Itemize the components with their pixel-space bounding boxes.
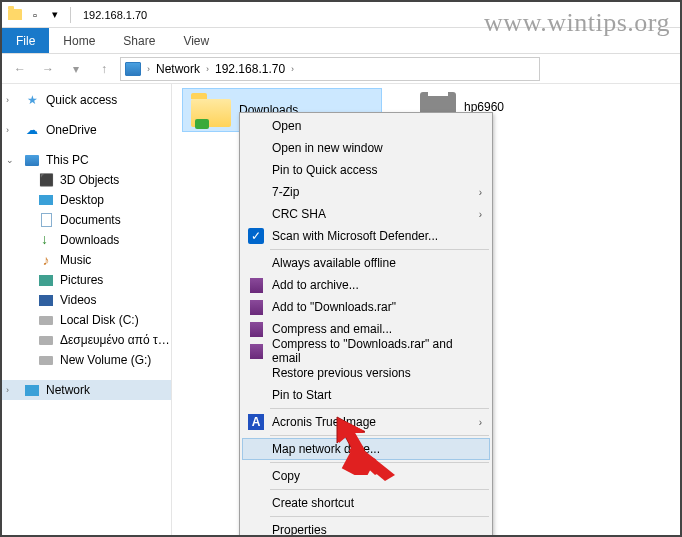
network-icon xyxy=(125,62,141,76)
desktop-icon xyxy=(38,192,54,208)
sidebar-3d-objects[interactable]: ⬛ 3D Objects xyxy=(2,170,171,190)
chevron-right-icon[interactable]: › xyxy=(206,64,209,74)
ctx-create-shortcut[interactable]: Create shortcut xyxy=(242,492,490,514)
sidebar-label: Pictures xyxy=(60,273,103,287)
ctx-map-network-drive[interactable]: Map network drive... xyxy=(242,438,490,460)
ctx-copy[interactable]: Copy xyxy=(242,465,490,487)
qat-new-folder-icon[interactable]: ▾ xyxy=(46,6,64,24)
sidebar-downloads[interactable]: Downloads xyxy=(2,230,171,250)
sidebar-label: Downloads xyxy=(60,233,119,247)
sidebar-new-volume[interactable]: New Volume (G:) xyxy=(2,350,171,370)
separator xyxy=(270,489,489,490)
chevron-right-icon: › xyxy=(479,209,482,220)
address-bar[interactable]: › Network › 192.168.1.70 › xyxy=(120,57,540,81)
folder-icon: ⬛ xyxy=(38,172,54,188)
sidebar-quick-access[interactable]: › ★ Quick access xyxy=(2,90,171,110)
separator xyxy=(270,462,489,463)
drive-icon xyxy=(38,332,54,348)
cloud-icon: ☁ xyxy=(24,122,40,138)
videos-icon xyxy=(38,292,54,308)
ctx-acronis[interactable]: AAcronis True Image› xyxy=(242,411,490,433)
up-button[interactable]: ↑ xyxy=(92,57,116,81)
sidebar-label: 3D Objects xyxy=(60,173,119,187)
chevron-right-icon[interactable]: › xyxy=(147,64,150,74)
tab-file[interactable]: File xyxy=(2,28,49,53)
sidebar-onedrive[interactable]: › ☁ OneDrive xyxy=(2,120,171,140)
music-icon: ♪ xyxy=(38,252,54,268)
document-icon xyxy=(38,212,54,228)
drive-icon xyxy=(38,352,54,368)
sidebar-this-pc[interactable]: ⌄ This PC xyxy=(2,150,171,170)
chevron-right-icon[interactable]: › xyxy=(291,64,294,74)
sidebar: › ★ Quick access › ☁ OneDrive ⌄ This PC … xyxy=(2,84,172,535)
crumb-network[interactable]: Network xyxy=(156,62,200,76)
sidebar-local-disk[interactable]: Local Disk (C:) xyxy=(2,310,171,330)
chevron-down-icon[interactable]: ⌄ xyxy=(6,155,16,165)
separator xyxy=(270,435,489,436)
sidebar-desktop[interactable]: Desktop xyxy=(2,190,171,210)
ctx-pin-quick-access[interactable]: Pin to Quick access xyxy=(242,159,490,181)
ctx-scan-defender[interactable]: ✓Scan with Microsoft Defender... xyxy=(242,225,490,247)
sidebar-label: Desktop xyxy=(60,193,104,207)
shield-icon: ✓ xyxy=(248,228,264,244)
qat-properties-icon[interactable]: ▫ xyxy=(26,6,44,24)
ctx-pin-start[interactable]: Pin to Start xyxy=(242,384,490,406)
sidebar-label: Network xyxy=(46,383,90,397)
sidebar-music[interactable]: ♪ Music xyxy=(2,250,171,270)
network-icon xyxy=(24,382,40,398)
drive-icon xyxy=(38,312,54,328)
chevron-right-icon[interactable]: › xyxy=(6,385,16,395)
ctx-7zip[interactable]: 7-Zip› xyxy=(242,181,490,203)
separator xyxy=(270,408,489,409)
window-title: 192.168.1.70 xyxy=(83,9,147,21)
sidebar-network[interactable]: › Network xyxy=(2,380,171,400)
sidebar-label: Documents xyxy=(60,213,121,227)
star-icon: ★ xyxy=(24,92,40,108)
explorer-icon xyxy=(6,6,24,24)
separator xyxy=(270,249,489,250)
ctx-restore-versions[interactable]: Restore previous versions xyxy=(242,362,490,384)
chevron-right-icon[interactable]: › xyxy=(6,95,16,105)
tab-home[interactable]: Home xyxy=(49,28,109,53)
tab-view[interactable]: View xyxy=(169,28,223,53)
rar-icon xyxy=(248,277,264,293)
acronis-icon: A xyxy=(248,414,264,430)
sidebar-videos[interactable]: Videos xyxy=(2,290,171,310)
ctx-add-archive[interactable]: Add to archive... xyxy=(242,274,490,296)
ctx-open[interactable]: Open xyxy=(242,115,490,137)
sidebar-documents[interactable]: Documents xyxy=(2,210,171,230)
ctx-crc-sha[interactable]: CRC SHA› xyxy=(242,203,490,225)
rar-icon xyxy=(248,321,264,337)
pictures-icon xyxy=(38,272,54,288)
recent-button[interactable]: ▾ xyxy=(64,57,88,81)
ctx-always-offline[interactable]: Always available offline xyxy=(242,252,490,274)
watermark: www.wintips.org xyxy=(484,8,670,38)
download-icon xyxy=(38,232,54,248)
chevron-right-icon[interactable]: › xyxy=(6,125,16,135)
ctx-add-rar[interactable]: Add to "Downloads.rar" xyxy=(242,296,490,318)
ctx-properties[interactable]: Properties xyxy=(242,519,490,537)
back-button[interactable]: ← xyxy=(8,57,32,81)
rar-icon xyxy=(248,299,264,315)
shared-folder-icon xyxy=(191,93,231,127)
address-bar-row: ← → ▾ ↑ › Network › 192.168.1.70 › xyxy=(2,54,680,84)
rar-icon xyxy=(248,343,264,359)
context-menu: Open Open in new window Pin to Quick acc… xyxy=(239,112,493,537)
sidebar-label: New Volume (G:) xyxy=(60,353,151,367)
forward-button[interactable]: → xyxy=(36,57,60,81)
sidebar-label: Local Disk (C:) xyxy=(60,313,139,327)
sidebar-reserved[interactable]: Δεσμευμένο από τ… xyxy=(2,330,171,350)
separator xyxy=(270,516,489,517)
crumb-host[interactable]: 192.168.1.70 xyxy=(215,62,285,76)
sidebar-pictures[interactable]: Pictures xyxy=(2,270,171,290)
ctx-compress-rar-email[interactable]: Compress to "Downloads.rar" and email xyxy=(242,340,490,362)
sidebar-label: OneDrive xyxy=(46,123,97,137)
ctx-open-new-window[interactable]: Open in new window xyxy=(242,137,490,159)
chevron-right-icon: › xyxy=(479,417,482,428)
sidebar-label: Videos xyxy=(60,293,96,307)
sidebar-label: This PC xyxy=(46,153,89,167)
sidebar-label: Δεσμευμένο από τ… xyxy=(60,333,170,347)
sidebar-label: Quick access xyxy=(46,93,117,107)
tab-share[interactable]: Share xyxy=(109,28,169,53)
sidebar-label: Music xyxy=(60,253,91,267)
